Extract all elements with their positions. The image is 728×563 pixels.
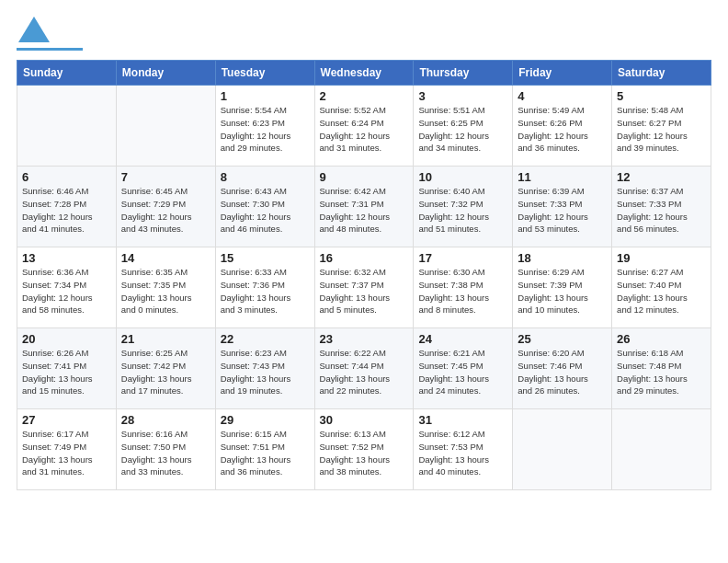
- calendar-cell: [612, 409, 711, 490]
- day-info: Sunrise: 6:22 AM Sunset: 7:44 PM Dayligh…: [320, 347, 409, 397]
- calendar-cell: 26Sunrise: 6:18 AM Sunset: 7:48 PM Dayli…: [612, 328, 711, 409]
- day-number: 30: [320, 413, 409, 427]
- calendar-cell: 28Sunrise: 6:16 AM Sunset: 7:50 PM Dayli…: [116, 409, 215, 490]
- day-info: Sunrise: 6:27 AM Sunset: 7:40 PM Dayligh…: [617, 266, 706, 316]
- calendar-cell: 11Sunrise: 6:39 AM Sunset: 7:33 PM Dayli…: [513, 167, 612, 247]
- calendar-cell: 31Sunrise: 6:12 AM Sunset: 7:53 PM Dayli…: [414, 409, 513, 490]
- weekday-header-sunday: Sunday: [17, 61, 117, 86]
- weekday-header-row: SundayMondayTuesdayWednesdayThursdayFrid…: [17, 61, 711, 86]
- week-row-4: 20Sunrise: 6:26 AM Sunset: 7:41 PM Dayli…: [17, 328, 711, 409]
- calendar-cell: 16Sunrise: 6:32 AM Sunset: 7:37 PM Dayli…: [314, 247, 414, 328]
- day-info: Sunrise: 6:43 AM Sunset: 7:30 PM Dayligh…: [221, 185, 310, 236]
- calendar-cell: 3Sunrise: 5:51 AM Sunset: 6:25 PM Daylig…: [414, 86, 513, 167]
- day-info: Sunrise: 5:54 AM Sunset: 6:23 PM Dayligh…: [221, 104, 310, 155]
- day-info: Sunrise: 6:46 AM Sunset: 7:28 PM Dayligh…: [22, 185, 111, 236]
- day-info: Sunrise: 6:37 AM Sunset: 7:33 PM Dayligh…: [617, 185, 706, 236]
- calendar-cell: 8Sunrise: 6:43 AM Sunset: 7:30 PM Daylig…: [215, 167, 314, 247]
- day-number: 6: [22, 170, 111, 184]
- week-row-1: 1Sunrise: 5:54 AM Sunset: 6:23 PM Daylig…: [17, 86, 711, 167]
- calendar-cell: 12Sunrise: 6:37 AM Sunset: 7:33 PM Dayli…: [612, 167, 711, 247]
- calendar: SundayMondayTuesdayWednesdayThursdayFrid…: [17, 60, 711, 490]
- calendar-cell: 10Sunrise: 6:40 AM Sunset: 7:32 PM Dayli…: [414, 167, 513, 247]
- page: SundayMondayTuesdayWednesdayThursdayFrid…: [0, 0, 728, 563]
- day-number: 16: [320, 251, 409, 265]
- weekday-header-monday: Monday: [116, 61, 215, 86]
- day-number: 20: [22, 332, 111, 346]
- day-number: 1: [221, 89, 310, 103]
- day-number: 13: [22, 251, 111, 265]
- day-info: Sunrise: 6:30 AM Sunset: 7:38 PM Dayligh…: [418, 266, 507, 316]
- weekday-header-friday: Friday: [513, 61, 612, 86]
- day-info: Sunrise: 6:17 AM Sunset: 7:49 PM Dayligh…: [22, 428, 111, 478]
- logo-underline: [17, 48, 83, 51]
- weekday-header-wednesday: Wednesday: [314, 61, 414, 86]
- weekday-header-tuesday: Tuesday: [215, 61, 314, 86]
- day-info: Sunrise: 6:25 AM Sunset: 7:42 PM Dayligh…: [121, 347, 210, 397]
- day-number: 24: [418, 332, 507, 346]
- calendar-cell: 5Sunrise: 5:48 AM Sunset: 6:27 PM Daylig…: [612, 86, 711, 167]
- day-number: 10: [418, 170, 507, 184]
- calendar-cell: 15Sunrise: 6:33 AM Sunset: 7:36 PM Dayli…: [215, 247, 314, 328]
- day-info: Sunrise: 6:45 AM Sunset: 7:29 PM Dayligh…: [121, 185, 210, 236]
- weekday-header-thursday: Thursday: [414, 61, 513, 86]
- calendar-cell: 18Sunrise: 6:29 AM Sunset: 7:39 PM Dayli…: [513, 247, 612, 328]
- day-info: Sunrise: 6:33 AM Sunset: 7:36 PM Dayligh…: [221, 266, 310, 316]
- day-number: 23: [320, 332, 409, 346]
- day-number: 11: [518, 170, 607, 184]
- day-number: 12: [617, 170, 706, 184]
- week-row-2: 6Sunrise: 6:46 AM Sunset: 7:28 PM Daylig…: [17, 167, 711, 247]
- day-info: Sunrise: 6:16 AM Sunset: 7:50 PM Dayligh…: [121, 428, 210, 478]
- day-number: 21: [121, 332, 210, 346]
- calendar-cell: 29Sunrise: 6:15 AM Sunset: 7:51 PM Dayli…: [215, 409, 314, 490]
- day-info: Sunrise: 6:12 AM Sunset: 7:53 PM Dayligh…: [418, 428, 507, 478]
- day-number: 28: [121, 413, 210, 427]
- day-info: Sunrise: 6:36 AM Sunset: 7:34 PM Dayligh…: [22, 266, 111, 316]
- calendar-cell: 14Sunrise: 6:35 AM Sunset: 7:35 PM Dayli…: [116, 247, 215, 328]
- day-info: Sunrise: 5:52 AM Sunset: 6:24 PM Dayligh…: [320, 104, 409, 155]
- day-number: 26: [617, 332, 706, 346]
- day-number: 14: [121, 251, 210, 265]
- calendar-cell: 1Sunrise: 5:54 AM Sunset: 6:23 PM Daylig…: [215, 86, 314, 167]
- day-number: 29: [221, 413, 310, 427]
- svg-marker-0: [18, 17, 50, 42]
- calendar-cell: 4Sunrise: 5:49 AM Sunset: 6:26 PM Daylig…: [513, 86, 612, 167]
- day-number: 27: [22, 413, 111, 427]
- week-row-3: 13Sunrise: 6:36 AM Sunset: 7:34 PM Dayli…: [17, 247, 711, 328]
- calendar-cell: [513, 409, 612, 490]
- day-number: 8: [221, 170, 310, 184]
- day-number: 5: [617, 89, 706, 103]
- day-info: Sunrise: 6:18 AM Sunset: 7:48 PM Dayligh…: [617, 347, 706, 397]
- calendar-cell: 25Sunrise: 6:20 AM Sunset: 7:46 PM Dayli…: [513, 328, 612, 409]
- calendar-cell: 7Sunrise: 6:45 AM Sunset: 7:29 PM Daylig…: [116, 167, 215, 247]
- day-info: Sunrise: 6:13 AM Sunset: 7:52 PM Dayligh…: [320, 428, 409, 478]
- calendar-cell: 17Sunrise: 6:30 AM Sunset: 7:38 PM Dayli…: [414, 247, 513, 328]
- day-number: 25: [518, 332, 607, 346]
- calendar-cell: 23Sunrise: 6:22 AM Sunset: 7:44 PM Dayli…: [314, 328, 414, 409]
- weekday-header-saturday: Saturday: [612, 61, 711, 86]
- day-info: Sunrise: 6:23 AM Sunset: 7:43 PM Dayligh…: [221, 347, 310, 397]
- day-info: Sunrise: 5:48 AM Sunset: 6:27 PM Dayligh…: [617, 104, 706, 155]
- calendar-cell: [17, 86, 117, 167]
- week-row-5: 27Sunrise: 6:17 AM Sunset: 7:49 PM Dayli…: [17, 409, 711, 490]
- logo-icon: [18, 17, 50, 42]
- day-number: 3: [418, 89, 507, 103]
- day-info: Sunrise: 6:26 AM Sunset: 7:41 PM Dayligh…: [22, 347, 111, 397]
- day-number: 4: [518, 89, 607, 103]
- day-info: Sunrise: 6:21 AM Sunset: 7:45 PM Dayligh…: [418, 347, 507, 397]
- day-number: 17: [418, 251, 507, 265]
- day-info: Sunrise: 6:39 AM Sunset: 7:33 PM Dayligh…: [518, 185, 607, 236]
- day-info: Sunrise: 6:29 AM Sunset: 7:39 PM Dayligh…: [518, 266, 607, 316]
- day-number: 7: [121, 170, 210, 184]
- day-number: 18: [518, 251, 607, 265]
- calendar-cell: 27Sunrise: 6:17 AM Sunset: 7:49 PM Dayli…: [17, 409, 117, 490]
- calendar-cell: 24Sunrise: 6:21 AM Sunset: 7:45 PM Dayli…: [414, 328, 513, 409]
- day-number: 2: [320, 89, 409, 103]
- day-number: 22: [221, 332, 310, 346]
- day-info: Sunrise: 6:40 AM Sunset: 7:32 PM Dayligh…: [418, 185, 507, 236]
- calendar-cell: 6Sunrise: 6:46 AM Sunset: 7:28 PM Daylig…: [17, 167, 117, 247]
- calendar-cell: 9Sunrise: 6:42 AM Sunset: 7:31 PM Daylig…: [314, 167, 414, 247]
- day-number: 31: [418, 413, 507, 427]
- calendar-cell: 20Sunrise: 6:26 AM Sunset: 7:41 PM Dayli…: [17, 328, 117, 409]
- logo: [17, 17, 83, 51]
- calendar-cell: 22Sunrise: 6:23 AM Sunset: 7:43 PM Dayli…: [215, 328, 314, 409]
